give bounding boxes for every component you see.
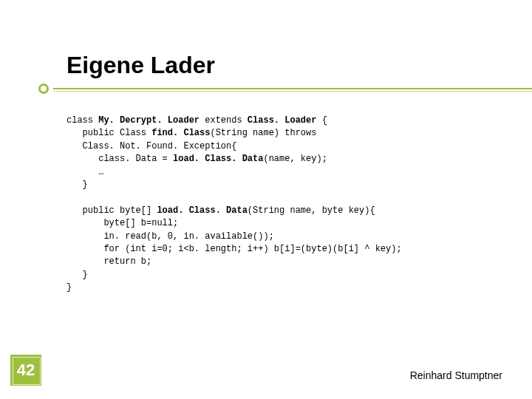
code-bold: Class. Loader: [248, 115, 322, 126]
code-text: class: [66, 115, 98, 126]
code-block: class My. Decrypt. Loader extends Class.…: [66, 115, 502, 294]
code-text: public byte[]: [66, 205, 157, 216]
code-line: public byte[] load. Class. Data(String n…: [66, 205, 375, 216]
code-line: for (int i=0; i<b. length; i++) b[i]=(by…: [66, 244, 402, 254]
code-bold: My. Decrypt. Loader: [98, 115, 205, 126]
divider-line-thin: [53, 91, 532, 92]
slide-title: Eigene Lader: [66, 52, 502, 79]
code-line: in. read(b, 0, in. available());: [66, 231, 274, 242]
code-text: {: [322, 115, 327, 126]
page-number-text: 42: [17, 361, 35, 380]
code-bold: load. Class. Data: [173, 154, 263, 164]
code-line: return b;: [66, 256, 151, 267]
page-number: 42: [10, 355, 41, 386]
code-line: }: [66, 180, 88, 190]
code-line: …: [66, 167, 103, 177]
slide: Eigene Lader class My. Decrypt. Loader e…: [0, 0, 532, 399]
code-line: }: [66, 270, 88, 280]
code-text: (name, key);: [263, 154, 327, 164]
code-line: class My. Decrypt. Loader extends Class.…: [66, 115, 327, 126]
code-text: public Class: [66, 128, 151, 138]
code-text: (String name) throws: [210, 128, 316, 138]
code-line: class. Data = load. Class. Data(name, ke…: [66, 154, 327, 164]
code-line: Class. Not. Found. Exception{: [66, 141, 236, 151]
code-line: }: [66, 282, 72, 293]
title-rule: [66, 86, 502, 101]
code-bold: load. Class. Data: [157, 205, 247, 216]
code-line: public Class find. Class(String name) th…: [66, 128, 316, 138]
footer-author: Reinhard Stumptner: [410, 369, 502, 381]
code-text: class. Data =: [66, 154, 173, 164]
code-line: byte[] b=null;: [66, 218, 178, 228]
bullet-icon: [38, 83, 49, 94]
code-bold: find. Class: [151, 128, 210, 138]
code-text: extends: [205, 115, 248, 126]
divider-line: [53, 88, 532, 89]
code-text: (String name, byte key){: [248, 205, 375, 216]
